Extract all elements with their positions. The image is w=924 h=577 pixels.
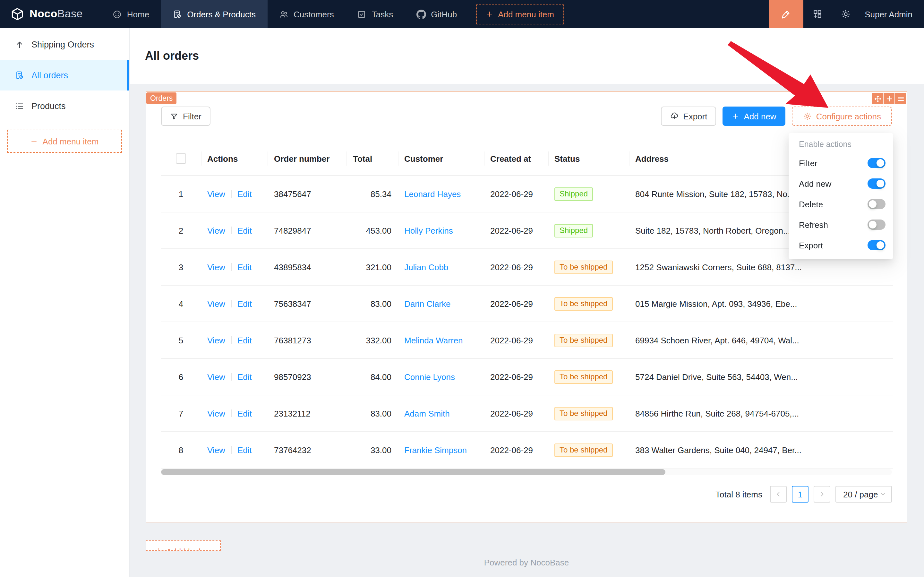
page-number-1[interactable]: 1 (792, 486, 808, 503)
edit-link[interactable]: Edit (237, 409, 252, 418)
status-cell: To be shipped (548, 358, 629, 395)
scrollbar-thumb[interactable] (161, 469, 665, 475)
nav-tab-customers[interactable]: Customers (267, 0, 346, 28)
customer-link[interactable]: Connie Lyons (404, 372, 455, 382)
toggle-export[interactable] (868, 240, 885, 250)
row-index: 5 (161, 322, 201, 358)
row-actions: ViewEdit (201, 285, 267, 322)
order-number-cell: 98570923 (267, 358, 346, 395)
sidebar-item-shipping-orders[interactable]: Shipping Orders (0, 29, 129, 60)
customer-link[interactable]: Frankie Simpson (404, 445, 467, 455)
view-link[interactable]: View (207, 409, 225, 418)
view-link[interactable]: View (207, 372, 225, 382)
toggle-refresh[interactable] (868, 219, 885, 230)
actions-divider (231, 446, 232, 453)
add-block-plus-icon[interactable] (884, 93, 895, 104)
customer-cell: Connie Lyons (398, 358, 484, 395)
customer-link[interactable]: Leonard Hayes (404, 189, 461, 199)
toggle-filter[interactable] (868, 158, 885, 168)
edit-link[interactable]: Edit (237, 335, 252, 345)
order-doc-icon (172, 9, 182, 19)
edit-link[interactable]: Edit (237, 189, 252, 199)
sidebar-add-menu-item-button[interactable]: Add menu item (7, 130, 122, 153)
actions-divider (231, 226, 232, 234)
nav-tab-home[interactable]: Home (101, 0, 161, 28)
navbar-add-menu-item-button[interactable]: Add menu item (476, 4, 564, 24)
sidebar-item-products[interactable]: Products (0, 90, 129, 121)
nocobase-logo[interactable]: NocoBase (0, 0, 92, 28)
status-badge: To be shipped (554, 370, 612, 384)
enable-action-item-export[interactable]: Export (789, 235, 893, 255)
add-new-button[interactable]: Add new (723, 106, 785, 126)
drag-move-icon[interactable] (872, 93, 883, 104)
view-link[interactable]: View (207, 335, 225, 345)
customer-link[interactable]: Darin Clarke (404, 299, 451, 308)
plugin-manager-button[interactable] (803, 0, 831, 28)
table-header-row: ActionsOrder numberTotalCustomerCreated … (161, 142, 893, 176)
page-size-select[interactable]: 20 / page (835, 486, 892, 503)
sidebar: Shipping OrdersAll ordersProducts Add me… (0, 28, 130, 577)
column-header-status: Status (548, 142, 629, 176)
next-page-button[interactable] (814, 486, 830, 503)
cloud-download-icon (670, 112, 679, 121)
address-cell: 383 Walter Gardens, Suite 040, 24947, Be… (629, 432, 893, 468)
total-cell: 33.00 (346, 432, 398, 468)
actions-divider (231, 190, 232, 197)
ui-editor-button[interactable] (768, 0, 803, 28)
customer-link[interactable]: Julian Cobb (404, 262, 448, 272)
status-cell: To be shipped (548, 432, 629, 468)
enable-action-item-delete[interactable]: Delete (789, 194, 893, 214)
toggle-delete[interactable] (868, 199, 885, 209)
horizontal-scrollbar (161, 469, 892, 475)
edit-link[interactable]: Edit (237, 299, 252, 308)
plugin-grid-icon (812, 9, 822, 19)
enable-action-item-filter[interactable]: Filter (789, 153, 893, 173)
configure-actions-button[interactable]: Configure actions (792, 106, 892, 126)
block-settings-menu-icon[interactable] (895, 93, 906, 104)
edit-link[interactable]: Edit (237, 226, 252, 235)
status-cell: To be shipped (548, 249, 629, 285)
order-number-cell: 43895834 (267, 249, 346, 285)
status-cell: To be shipped (548, 285, 629, 322)
table-row: 1ViewEdit3847564785.34Leonard Hayes2022-… (161, 176, 893, 212)
status-badge: To be shipped (554, 443, 612, 457)
row-index: 2 (161, 212, 201, 249)
row-actions: ViewEdit (201, 212, 267, 249)
view-link[interactable]: View (207, 445, 225, 455)
created-at-cell: 2022-06-29 (484, 176, 548, 212)
enable-action-item-add-new[interactable]: Add new (789, 173, 893, 194)
edit-link[interactable]: Edit (237, 372, 252, 382)
table-toolbar: Filter Export (146, 92, 907, 126)
view-link[interactable]: View (207, 262, 225, 272)
customer-link[interactable]: Melinda Warren (404, 335, 463, 345)
sidebar-item-all-orders[interactable]: All orders (0, 60, 129, 90)
status-badge: To be shipped (554, 260, 612, 274)
export-button[interactable]: Export (661, 106, 716, 126)
customer-link[interactable]: Adam Smith (404, 409, 450, 418)
view-link[interactable]: View (207, 226, 225, 235)
edit-link[interactable]: Edit (237, 262, 252, 272)
nav-tab-tasks[interactable]: Tasks (346, 0, 404, 28)
customer-link[interactable]: Holly Perkins (404, 226, 453, 235)
filter-button[interactable]: Filter (161, 106, 211, 126)
view-link[interactable]: View (207, 299, 225, 308)
status-badge: To be shipped (554, 334, 612, 347)
add-block-button[interactable]: Add block (146, 540, 221, 551)
toggle-add-new[interactable] (868, 179, 885, 189)
status-cell: Shipped (548, 176, 629, 212)
nav-tab-github[interactable]: GitHub (404, 0, 468, 28)
logo-text-base: Base (58, 8, 83, 20)
actions-divider (231, 336, 232, 344)
row-actions: ViewEdit (201, 249, 267, 285)
settings-gear-icon[interactable] (831, 0, 860, 28)
view-link[interactable]: View (207, 189, 225, 199)
select-all-checkbox[interactable] (176, 154, 186, 164)
total-cell: 85.34 (346, 176, 398, 212)
order-number-cell: 75638347 (267, 285, 346, 322)
nav-tab-orders-products[interactable]: Orders & Products (161, 0, 267, 28)
edit-link[interactable]: Edit (237, 445, 252, 455)
user-menu[interactable]: Super Admin (860, 9, 924, 19)
column-header-customer: Customer (398, 142, 484, 176)
enable-action-item-refresh[interactable]: Refresh (789, 214, 893, 235)
prev-page-button[interactable] (770, 486, 787, 503)
